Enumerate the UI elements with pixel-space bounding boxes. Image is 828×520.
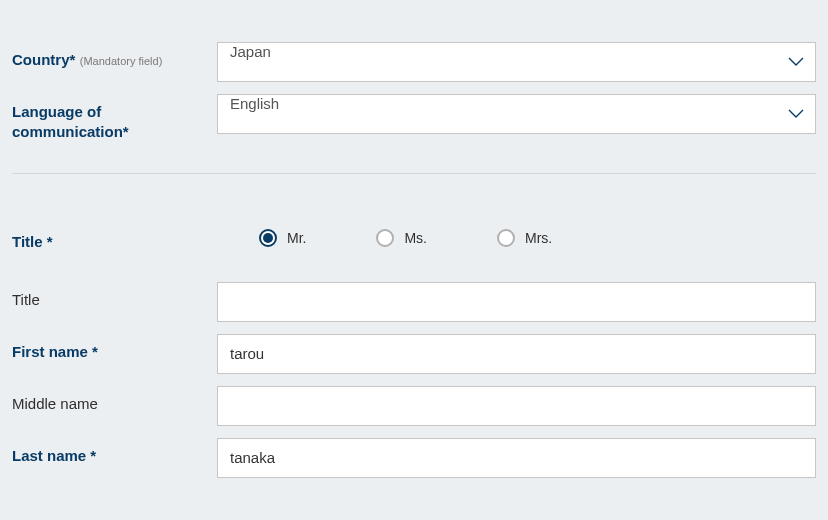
country-value: Japan xyxy=(217,42,816,82)
title-input[interactable] xyxy=(217,282,816,322)
country-label: Country* xyxy=(12,51,75,68)
radio-icon xyxy=(259,229,277,247)
radio-mr[interactable]: Mr. xyxy=(259,229,306,247)
middle-name-label: Middle name xyxy=(12,395,98,412)
radio-icon xyxy=(497,229,515,247)
radio-ms[interactable]: Ms. xyxy=(376,229,427,247)
radio-label: Mrs. xyxy=(525,230,552,246)
language-value: English xyxy=(217,94,816,134)
title-text-label: Title xyxy=(12,291,40,308)
last-name-input[interactable] xyxy=(217,438,816,478)
language-label: Language of communication* xyxy=(12,103,129,140)
country-select[interactable]: Japan xyxy=(217,42,816,82)
middle-name-input[interactable] xyxy=(217,386,816,426)
radio-icon xyxy=(376,229,394,247)
radio-mrs[interactable]: Mrs. xyxy=(497,229,552,247)
last-name-label: Last name * xyxy=(12,447,96,464)
language-select[interactable]: English xyxy=(217,94,816,134)
country-hint: (Mandatory field) xyxy=(80,55,163,67)
first-name-input[interactable] xyxy=(217,334,816,374)
first-name-label: First name * xyxy=(12,343,98,360)
radio-label: Ms. xyxy=(404,230,427,246)
section-divider xyxy=(12,173,816,174)
title-radio-group: Mr. Ms. Mrs. xyxy=(217,225,816,251)
radio-label: Mr. xyxy=(287,230,306,246)
title-label: Title * xyxy=(12,233,53,250)
